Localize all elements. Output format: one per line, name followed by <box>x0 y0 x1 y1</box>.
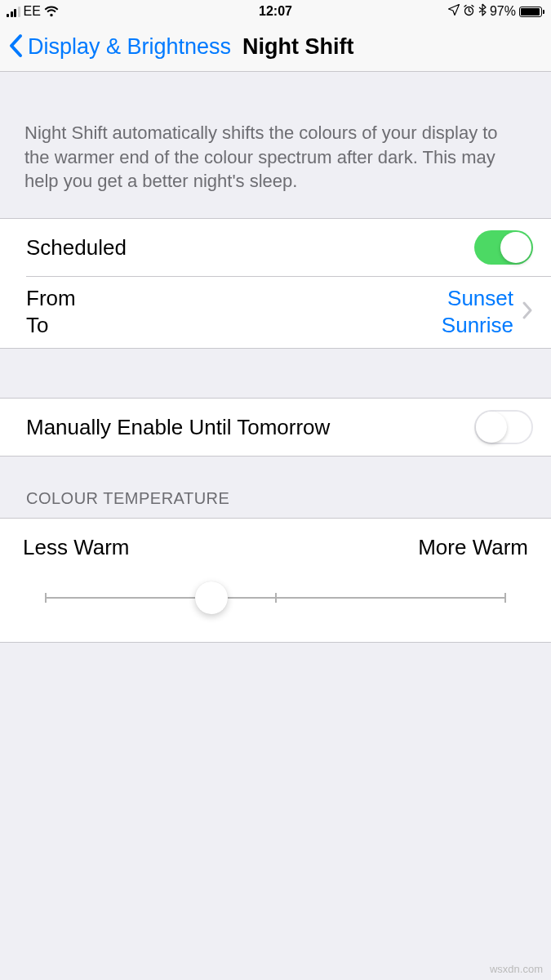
manual-enable-row: Manually Enable Until Tomorrow <box>0 399 551 456</box>
colour-temperature-group: Less Warm More Warm <box>0 518 551 643</box>
status-time: 12:07 <box>259 4 292 19</box>
alarm-icon <box>463 4 475 20</box>
from-label: From <box>26 286 76 311</box>
manual-enable-label: Manually Enable Until Tomorrow <box>26 415 330 440</box>
scheduled-group: Scheduled From To Sunset Sunrise <box>0 218 551 349</box>
watermark: wsxdn.com <box>490 963 543 975</box>
to-label: To <box>26 313 76 338</box>
chevron-right-icon <box>522 301 533 323</box>
wifi-icon <box>44 6 59 17</box>
battery-percent: 97% <box>490 4 516 19</box>
manual-enable-toggle[interactable] <box>474 410 533 444</box>
navigation-bar: Display & Brightness Night Shift <box>0 23 551 72</box>
status-right: 97% <box>448 3 544 20</box>
description-text: Night Shift automatically shifts the col… <box>0 72 551 218</box>
scheduled-label: Scheduled <box>26 235 127 261</box>
location-icon <box>448 4 460 19</box>
status-bar: EE 12:07 97% <box>0 0 551 23</box>
to-value: Sunrise <box>442 313 513 338</box>
page-title: Night Shift <box>242 34 353 60</box>
from-value: Sunset <box>447 286 513 311</box>
colour-temperature-slider[interactable] <box>46 581 505 614</box>
schedule-time-row[interactable]: From To Sunset Sunrise <box>0 276 551 348</box>
less-warm-label: Less Warm <box>23 535 130 560</box>
status-left: EE <box>7 4 59 19</box>
colour-temperature-header: COLOUR TEMPERATURE <box>0 457 551 518</box>
bluetooth-icon <box>478 3 487 20</box>
slider-knob[interactable] <box>195 581 228 614</box>
scheduled-row: Scheduled <box>0 219 551 276</box>
more-warm-label: More Warm <box>418 535 528 560</box>
back-chevron-icon[interactable] <box>8 33 23 61</box>
battery-icon <box>519 7 544 17</box>
signal-strength-icon <box>7 6 20 17</box>
carrier-label: EE <box>24 4 41 19</box>
manual-group: Manually Enable Until Tomorrow <box>0 398 551 457</box>
back-button[interactable]: Display & Brightness <box>28 34 231 60</box>
scheduled-toggle[interactable] <box>474 230 533 265</box>
